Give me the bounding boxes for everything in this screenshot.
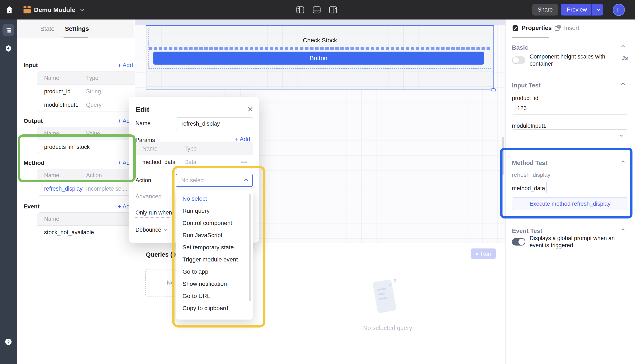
dropdown-item[interactable]: Run query xyxy=(182,208,209,217)
global-prompt-toggle[interactable] xyxy=(512,238,525,246)
tab-state[interactable]: State xyxy=(40,25,55,32)
zz-glyph: z xyxy=(389,282,391,288)
module-switcher[interactable]: Demo Module xyxy=(24,0,84,20)
canvas-button-component[interactable]: Button xyxy=(153,52,484,64)
drop-indicator xyxy=(149,47,491,50)
input-table-header: Name Type xyxy=(37,72,149,85)
toggle-left-panel-icon[interactable] xyxy=(296,6,304,14)
run-label: Run xyxy=(481,250,491,257)
dropdown-item[interactable]: Trigger module event xyxy=(182,256,238,266)
event-section-title: Event xyxy=(24,203,40,210)
dropdown-item[interactable]: Go to URL xyxy=(182,293,210,302)
row-type: Data xyxy=(184,159,236,166)
method-name-link[interactable]: refresh_display xyxy=(37,186,86,192)
hexagon-icon xyxy=(5,45,12,52)
rail-item-components[interactable] xyxy=(3,42,14,54)
rail-item-outline[interactable] xyxy=(3,24,14,36)
collapse-input-test-icon[interactable] xyxy=(622,83,624,86)
module-title: Demo Module xyxy=(34,6,75,14)
frame-resize-handle[interactable] xyxy=(491,88,496,92)
right-panel: Properties Insert Basic Component height… xyxy=(505,20,635,364)
dropdown-scrollbar[interactable] xyxy=(249,194,251,301)
action-dropdown: No select Run query Control component Ru… xyxy=(176,190,253,320)
user-avatar[interactable]: F xyxy=(613,4,625,16)
method-data-label: method_data xyxy=(512,185,545,192)
action-select[interactable]: No select xyxy=(176,174,253,187)
help-icon: ? xyxy=(5,338,12,346)
method-test-section-title: Method Test xyxy=(512,160,547,166)
table-row[interactable]: product_id String ••• xyxy=(37,85,149,98)
tab-insert[interactable]: Insert xyxy=(554,24,579,32)
outline-tree-icon xyxy=(5,26,12,34)
queries-title: Queries (0) xyxy=(146,251,178,258)
canvas-scrollbar[interactable] xyxy=(502,137,504,175)
action-select-placeholder: No select xyxy=(181,177,205,184)
tab-properties[interactable]: Properties xyxy=(512,24,552,32)
row-action: Incomplete sel... xyxy=(86,186,133,192)
execute-method-button[interactable]: Execute method refresh_display xyxy=(512,197,628,210)
toggle-right-panel-icon[interactable] xyxy=(329,6,337,14)
run-query-button[interactable]: ▶ Run xyxy=(471,248,496,259)
collapse-event-test-icon[interactable] xyxy=(622,228,624,232)
column-header: Name xyxy=(136,146,184,152)
row-type: String xyxy=(86,88,133,95)
toggle-bottom-panel-icon[interactable] xyxy=(312,6,321,14)
dropdown-item[interactable]: Copy to clipboard xyxy=(182,305,228,314)
sleeping-document-illustration: z z xyxy=(367,272,409,320)
debounce-label[interactable]: Debounce xyxy=(135,227,166,233)
dropdown-item[interactable]: No select xyxy=(182,196,207,205)
canvas-top-gutter xyxy=(135,20,505,25)
close-icon[interactable]: ✕ xyxy=(247,105,254,114)
column-header: Name xyxy=(37,216,86,222)
row-name: product_id xyxy=(37,88,86,95)
method-name-input[interactable]: refresh_display xyxy=(176,118,253,130)
param-add-button[interactable]: + Add xyxy=(235,136,250,142)
global-prompt-label: Displays a global prompt when an event i… xyxy=(530,235,628,249)
share-button[interactable]: Share xyxy=(532,4,558,16)
input-add-button[interactable]: + Add xyxy=(118,62,133,68)
dropdown-item[interactable]: Run JavaScript xyxy=(182,232,222,241)
module-input1-label: moduleInput1 xyxy=(512,123,546,129)
height-scales-label: Component height scales with container xyxy=(530,53,613,67)
height-scales-toggle[interactable] xyxy=(512,56,525,64)
product-id-input[interactable]: 123 xyxy=(512,102,628,115)
column-header: Name xyxy=(37,172,86,179)
active-tab-underline xyxy=(512,38,549,38)
collapse-basic-icon[interactable] xyxy=(622,45,624,49)
dropdown-item[interactable]: Show notification xyxy=(182,280,227,290)
basic-section-title: Basic xyxy=(512,44,528,51)
module-editor-app: Demo Module Share xyxy=(0,0,635,364)
column-header: Name xyxy=(37,75,86,81)
preview-button[interactable]: Preview xyxy=(561,6,591,13)
module-icon xyxy=(24,6,31,14)
preview-split-button[interactable]: Preview xyxy=(561,4,603,16)
module-frame[interactable]: Check Stock Button xyxy=(146,25,494,90)
dropdown-item[interactable]: Set temporary state xyxy=(182,244,234,253)
module-input1-select[interactable] xyxy=(512,129,628,142)
help-button[interactable]: ? xyxy=(3,336,14,348)
more-icon[interactable]: ••• xyxy=(236,159,253,165)
row-type: Query xyxy=(86,102,133,108)
dropdown-item[interactable]: Control component xyxy=(182,220,232,229)
row-name: moduleInput1 xyxy=(37,102,86,108)
home-button[interactable] xyxy=(5,5,14,15)
event-test-section-title: Event Test xyxy=(512,228,542,234)
preview-dropdown-button[interactable] xyxy=(591,4,603,16)
module-heading: Check Stock xyxy=(149,37,491,44)
collapse-method-test-icon[interactable] xyxy=(622,160,624,164)
home-icon xyxy=(5,6,14,14)
method-data-input[interactable] xyxy=(546,181,628,194)
zz-glyph: z xyxy=(393,277,397,284)
play-icon: ▶ xyxy=(476,252,479,256)
params-table: Name Type method_data Data ••• xyxy=(135,142,253,169)
insert-icon xyxy=(554,25,561,32)
js-badge[interactable]: Js xyxy=(621,55,628,62)
column-header: Type xyxy=(184,146,253,152)
product-id-label: product_id xyxy=(512,95,538,102)
left-rail: ? xyxy=(0,20,17,364)
tab-settings[interactable]: Settings xyxy=(65,25,89,32)
dropdown-item[interactable]: Go to app xyxy=(182,268,208,278)
table-row[interactable]: method_data Data ••• xyxy=(136,155,253,169)
row-name: products_in_stock xyxy=(37,144,86,150)
chevron-down-icon xyxy=(80,7,84,11)
